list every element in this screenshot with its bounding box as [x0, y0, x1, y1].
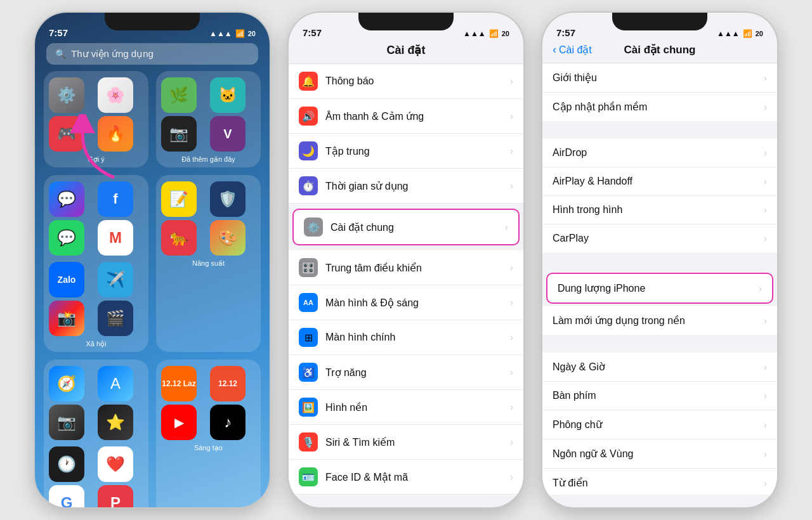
app-red1[interactable]: 🎮: [49, 116, 84, 152]
app-instagram[interactable]: 📸: [49, 301, 84, 336]
app-tiktok[interactable]: ♪: [210, 405, 246, 440]
tudien-label: Từ điển: [553, 477, 764, 489]
thongbao-label: Thông báo: [325, 75, 510, 87]
app-telegram[interactable]: ✈️: [98, 262, 133, 297]
general-item-capnhat[interactable]: Cập nhật phần mềm ›: [542, 93, 777, 121]
app-multi[interactable]: 🎨: [210, 220, 246, 256]
thoigian-label: Thời gian sử dụng: [325, 180, 510, 192]
gchevron-airplay: ›: [764, 176, 767, 186]
general-item-carplay[interactable]: CarPlay ›: [542, 224, 777, 252]
app-facebook[interactable]: f: [98, 181, 133, 217]
app-v[interactable]: V: [210, 116, 246, 152]
app-health[interactable]: ❤️: [98, 446, 133, 482]
app-notes[interactable]: 📝: [161, 181, 197, 217]
general-item-ngaygio[interactable]: Ngày & Giờ ›: [542, 353, 777, 382]
notch-1: [105, 13, 200, 30]
capnhat-label: Cập nhật phần mềm: [553, 101, 764, 113]
chevron-tronang: ›: [510, 367, 513, 377]
folder-productivity[interactable]: 📝 🛡️ 🐆 🎨 Năng suất: [156, 175, 261, 352]
settings-item-trungtam[interactable]: 🎛️ Trung tâm điều khiển ›: [289, 250, 523, 285]
amthanh-label: Âm thanh & Cảm ứng: [325, 110, 510, 122]
settings-item-amthanh[interactable]: 🔊 Âm thanh & Cảm ứng ›: [289, 99, 523, 134]
folder-utilities[interactable]: 🧭 A 📷 ⭐ 🕐 ❤️ G P Tiện ích: [44, 360, 148, 507]
folder-recent[interactable]: 🌿 🐱 📷 V Đã thêm gần đây: [156, 71, 261, 167]
back-button[interactable]: ‹ Cài đặt: [553, 43, 603, 56]
app-star[interactable]: ⭐: [98, 405, 133, 440]
settings-item-thoigian[interactable]: ⏱️ Thời gian sử dụng ›: [289, 169, 523, 204]
back-chevron-icon: ‹: [553, 43, 556, 56]
settings-item-thongbao[interactable]: 🔔 Thông báo ›: [289, 64, 523, 99]
manhinh-label: Màn hình & Độ sáng: [325, 297, 510, 309]
phongchu-label: Phông chữ: [553, 419, 764, 431]
app-puma[interactable]: 🐆: [161, 220, 197, 256]
faceid-icon: 🪪: [299, 467, 318, 486]
app-photos[interactable]: 🌸: [98, 77, 133, 113]
settings-item-manhinhchinh[interactable]: ⊞ Màn hình chính ›: [289, 320, 523, 355]
battery-icon-3: 20: [756, 30, 763, 37]
phone-3-general: 7:57 ▲▲▲ 📶 20 ‹ Cài đặt Cài đặt chung Gi…: [542, 13, 777, 507]
caidatchung-icon: ⚙️: [304, 218, 323, 237]
tronang-label: Trợ năng: [325, 367, 510, 379]
app-youtube[interactable]: ▶: [161, 405, 197, 440]
phone-1-home-screen: 7:57 ▲▲▲ 📶 20 🔍 Thư viện ứng dụng ⚙️ 🌸 🎮…: [35, 13, 270, 507]
folder-social[interactable]: 💬 f 💬 M Zalo ✈️ 📸 🎬 Xã hội: [44, 175, 148, 352]
siri-icon: 🎙️: [299, 432, 318, 452]
folder-goiy[interactable]: ⚙️ 🌸 🎮 🔥 Gợi ý: [44, 71, 148, 167]
general-item-dungluong[interactable]: Dung lượng iPhone ›: [546, 273, 773, 304]
app-messenger[interactable]: 💬: [49, 181, 84, 217]
general-item-lammoi[interactable]: Làm mới ứng dụng trong nền ›: [542, 306, 777, 335]
app-clock[interactable]: 🕐: [49, 446, 84, 482]
settings-item-sos[interactable]: SOS SOS khẩn cấp ›: [289, 495, 523, 495]
app-video[interactable]: 🎬: [98, 301, 133, 336]
settings-list: 🔔 Thông báo › 🔊 Âm thanh & Cảm ứng › 🌙 T…: [289, 64, 523, 495]
time-3: 7:57: [556, 27, 575, 38]
app-whatsapp[interactable]: 💬: [49, 220, 84, 256]
general-item-gioithieu[interactable]: Giới thiệu ›: [542, 63, 777, 93]
app-fire[interactable]: 🔥: [98, 116, 133, 152]
gchevron-airdrop: ›: [764, 148, 767, 158]
general-item-banphim[interactable]: Bàn phím ›: [542, 382, 777, 410]
search-bar[interactable]: 🔍 Thư viện ứng dụng: [46, 43, 258, 65]
chevron-thongbao: ›: [510, 76, 513, 86]
app-monza[interactable]: 📷: [161, 116, 197, 152]
settings-item-hinhnen[interactable]: 🖼️ Hình nền ›: [289, 390, 523, 425]
chevron-faceid: ›: [510, 472, 513, 482]
general-item-airdrop[interactable]: AirDrop ›: [542, 139, 777, 167]
app-p[interactable]: P: [98, 485, 133, 507]
taptrung-label: Tập trung: [325, 145, 510, 157]
general-title: Cài đặt chung: [603, 43, 716, 56]
settings-item-siri[interactable]: 🎙️ Siri & Tìm kiếm ›: [289, 425, 523, 460]
caidatchung-label: Cài đặt chung: [331, 221, 505, 233]
app-camera[interactable]: 📷: [49, 405, 84, 440]
general-item-ngonngu[interactable]: Ngôn ngữ & Vùng ›: [542, 439, 777, 469]
folder-label-productivity: Năng suất: [161, 259, 256, 268]
settings-item-tronang[interactable]: ♿ Trợ năng ›: [289, 355, 523, 390]
app-google[interactable]: G: [49, 485, 84, 507]
settings-item-manhinh[interactable]: AA Màn hình & Độ sáng ›: [289, 285, 523, 320]
settings-item-faceid[interactable]: 🪪 Face ID & Mật mã ›: [289, 460, 523, 495]
general-item-tudien[interactable]: Từ điển ›: [542, 469, 777, 495]
general-item-phongchu[interactable]: Phông chữ ›: [542, 410, 777, 439]
chevron-manhinhchinh: ›: [510, 332, 513, 342]
general-item-hinhtronhinh[interactable]: Hình trong hình ›: [542, 196, 777, 224]
folder-creative[interactable]: 12.12 Laz 12.12 ▶ ♪ Sáng tạo: [156, 360, 261, 507]
settings-item-caidatchung[interactable]: ⚙️ Cài đặt chung ›: [292, 209, 520, 245]
app-shield[interactable]: 🛡️: [210, 181, 246, 217]
app-settings[interactable]: ⚙️: [49, 77, 84, 113]
app-growtopia[interactable]: 🌿: [161, 77, 197, 113]
app-shopee[interactable]: 12.12: [210, 366, 246, 401]
app-lazada[interactable]: 12.12 Laz: [161, 366, 197, 401]
wifi-icon-2: 📶: [489, 29, 499, 38]
signal-icon-3: ▲▲▲: [717, 29, 740, 38]
app-safari[interactable]: 🧭: [49, 366, 84, 401]
app-gmail[interactable]: M: [98, 220, 133, 256]
app-appstore[interactable]: A: [98, 366, 133, 401]
ngaygio-label: Ngày & Giờ: [553, 361, 764, 373]
lammoi-label: Làm mới ứng dụng trong nền: [553, 315, 764, 327]
app-teal[interactable]: 🐱: [210, 77, 246, 113]
thoigian-icon: ⏱️: [299, 176, 318, 195]
settings-item-taptrung[interactable]: 🌙 Tập trung ›: [289, 134, 523, 169]
app-zalo[interactable]: Zalo: [49, 262, 84, 297]
general-item-airplay[interactable]: AirPlay & Handoff ›: [542, 167, 777, 196]
time-1: 7:57: [49, 27, 68, 38]
